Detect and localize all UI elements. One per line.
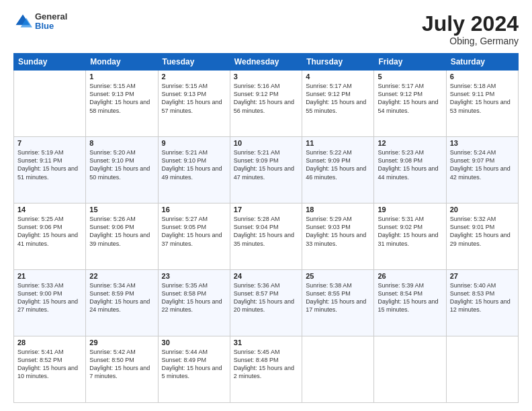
calendar-table: SundayMondayTuesdayWednesdayThursdayFrid… — [13, 53, 519, 403]
day-info: Sunrise: 5:34 AMSunset: 8:59 PMDaylight:… — [89, 281, 154, 314]
logo: General Blue — [13, 12, 67, 32]
day-number: 25 — [306, 272, 370, 280]
calendar-cell: 23Sunrise: 5:35 AMSunset: 8:58 PMDayligh… — [158, 270, 230, 336]
calendar-cell: 24Sunrise: 5:36 AMSunset: 8:57 PMDayligh… — [230, 270, 302, 336]
calendar-cell: 1Sunrise: 5:15 AMSunset: 9:13 PMDaylight… — [86, 71, 158, 137]
day-info: Sunrise: 5:40 AMSunset: 8:53 PMDaylight:… — [450, 281, 515, 314]
day-info: Sunrise: 5:15 AMSunset: 9:13 PMDaylight:… — [162, 82, 226, 115]
logo-general-text: General — [35, 12, 67, 21]
calendar-cell: 18Sunrise: 5:29 AMSunset: 9:03 PMDayligh… — [302, 203, 374, 270]
day-number: 6 — [450, 73, 515, 81]
location: Obing, Germany — [422, 36, 519, 46]
day-number: 4 — [306, 73, 370, 81]
calendar-cell: 25Sunrise: 5:38 AMSunset: 8:55 PMDayligh… — [302, 270, 374, 336]
calendar-cell: 3Sunrise: 5:16 AMSunset: 9:12 PMDaylight… — [230, 71, 302, 137]
day-number: 29 — [89, 338, 154, 347]
page: General Blue July 2024 Obing, Germany Su… — [0, 0, 532, 411]
calendar-cell: 8Sunrise: 5:20 AMSunset: 9:10 PMDaylight… — [86, 137, 158, 203]
calendar-cell: 27Sunrise: 5:40 AMSunset: 8:53 PMDayligh… — [446, 270, 518, 336]
day-info: Sunrise: 5:44 AMSunset: 8:49 PMDaylight:… — [162, 348, 226, 381]
calendar-cell: 15Sunrise: 5:26 AMSunset: 9:06 PMDayligh… — [86, 203, 158, 270]
logo-icon — [13, 12, 32, 31]
day-number: 8 — [89, 139, 154, 147]
day-number: 2 — [162, 73, 226, 81]
day-number: 20 — [450, 205, 515, 214]
day-number: 31 — [234, 338, 298, 347]
day-info: Sunrise: 5:45 AMSunset: 8:48 PMDaylight:… — [234, 348, 298, 381]
calendar-cell: 6Sunrise: 5:18 AMSunset: 9:11 PMDaylight… — [446, 71, 518, 137]
day-number: 17 — [234, 205, 298, 214]
month-title: July 2024 — [422, 12, 519, 36]
day-info: Sunrise: 5:36 AMSunset: 8:57 PMDaylight:… — [234, 281, 298, 314]
calendar-cell — [302, 336, 374, 403]
calendar-cell — [14, 71, 86, 137]
day-info: Sunrise: 5:18 AMSunset: 9:11 PMDaylight:… — [450, 82, 515, 115]
day-number: 26 — [378, 272, 442, 280]
day-info: Sunrise: 5:17 AMSunset: 9:12 PMDaylight:… — [378, 82, 442, 115]
day-info: Sunrise: 5:26 AMSunset: 9:06 PMDaylight:… — [89, 215, 154, 248]
day-info: Sunrise: 5:16 AMSunset: 9:12 PMDaylight:… — [234, 82, 298, 115]
day-info: Sunrise: 5:33 AMSunset: 9:00 PMDaylight:… — [17, 281, 82, 314]
day-number: 9 — [162, 139, 226, 147]
calendar-col-friday: Friday — [374, 54, 446, 71]
calendar-cell: 9Sunrise: 5:21 AMSunset: 9:10 PMDaylight… — [158, 137, 230, 203]
calendar-week-5: 28Sunrise: 5:41 AMSunset: 8:52 PMDayligh… — [14, 336, 519, 403]
day-number: 11 — [306, 139, 370, 147]
day-info: Sunrise: 5:22 AMSunset: 9:09 PMDaylight:… — [306, 148, 370, 181]
calendar-col-thursday: Thursday — [302, 54, 374, 71]
day-info: Sunrise: 5:20 AMSunset: 9:10 PMDaylight:… — [89, 148, 154, 181]
day-number: 22 — [89, 272, 154, 280]
day-number: 18 — [306, 205, 370, 214]
day-number: 10 — [234, 139, 298, 147]
day-number: 30 — [162, 338, 226, 347]
header: General Blue July 2024 Obing, Germany — [13, 12, 519, 46]
day-number: 23 — [162, 272, 226, 280]
day-info: Sunrise: 5:21 AMSunset: 9:10 PMDaylight:… — [162, 148, 226, 181]
calendar-cell: 16Sunrise: 5:27 AMSunset: 9:05 PMDayligh… — [158, 203, 230, 270]
day-info: Sunrise: 5:38 AMSunset: 8:55 PMDaylight:… — [306, 281, 370, 314]
day-number: 21 — [17, 272, 82, 280]
calendar-cell: 5Sunrise: 5:17 AMSunset: 9:12 PMDaylight… — [374, 71, 446, 137]
calendar-header-row: SundayMondayTuesdayWednesdayThursdayFrid… — [14, 54, 519, 71]
day-info: Sunrise: 5:25 AMSunset: 9:06 PMDaylight:… — [17, 215, 82, 248]
calendar-cell: 26Sunrise: 5:39 AMSunset: 8:54 PMDayligh… — [374, 270, 446, 336]
calendar-cell: 20Sunrise: 5:32 AMSunset: 9:01 PMDayligh… — [446, 203, 518, 270]
calendar-cell: 28Sunrise: 5:41 AMSunset: 8:52 PMDayligh… — [14, 336, 86, 403]
day-info: Sunrise: 5:42 AMSunset: 8:50 PMDaylight:… — [89, 348, 154, 381]
day-info: Sunrise: 5:39 AMSunset: 8:54 PMDaylight:… — [378, 281, 442, 314]
day-info: Sunrise: 5:17 AMSunset: 9:12 PMDaylight:… — [306, 82, 370, 115]
day-info: Sunrise: 5:21 AMSunset: 9:09 PMDaylight:… — [234, 148, 298, 181]
day-number: 7 — [17, 139, 82, 147]
day-number: 16 — [162, 205, 226, 214]
calendar-cell: 17Sunrise: 5:28 AMSunset: 9:04 PMDayligh… — [230, 203, 302, 270]
day-info: Sunrise: 5:28 AMSunset: 9:04 PMDaylight:… — [234, 215, 298, 248]
calendar-cell: 22Sunrise: 5:34 AMSunset: 8:59 PMDayligh… — [86, 270, 158, 336]
day-info: Sunrise: 5:31 AMSunset: 9:02 PMDaylight:… — [378, 215, 442, 248]
day-number: 27 — [450, 272, 515, 280]
calendar-cell: 29Sunrise: 5:42 AMSunset: 8:50 PMDayligh… — [86, 336, 158, 403]
calendar-cell: 31Sunrise: 5:45 AMSunset: 8:48 PMDayligh… — [230, 336, 302, 403]
day-info: Sunrise: 5:19 AMSunset: 9:11 PMDaylight:… — [17, 148, 82, 181]
calendar-cell: 4Sunrise: 5:17 AMSunset: 9:12 PMDaylight… — [302, 71, 374, 137]
day-info: Sunrise: 5:27 AMSunset: 9:05 PMDaylight:… — [162, 215, 226, 248]
day-info: Sunrise: 5:35 AMSunset: 8:58 PMDaylight:… — [162, 281, 226, 314]
day-number: 12 — [378, 139, 442, 147]
day-info: Sunrise: 5:24 AMSunset: 9:07 PMDaylight:… — [450, 148, 515, 181]
calendar-week-2: 7Sunrise: 5:19 AMSunset: 9:11 PMDaylight… — [14, 137, 519, 203]
calendar-week-3: 14Sunrise: 5:25 AMSunset: 9:06 PMDayligh… — [14, 203, 519, 270]
day-number: 1 — [89, 73, 154, 81]
day-number: 15 — [89, 205, 154, 214]
calendar-col-monday: Monday — [86, 54, 158, 71]
calendar-cell: 19Sunrise: 5:31 AMSunset: 9:02 PMDayligh… — [374, 203, 446, 270]
logo-text: General Blue — [35, 12, 67, 32]
day-number: 5 — [378, 73, 442, 81]
calendar-cell: 30Sunrise: 5:44 AMSunset: 8:49 PMDayligh… — [158, 336, 230, 403]
calendar-col-saturday: Saturday — [446, 54, 518, 71]
title-block: July 2024 Obing, Germany — [422, 12, 519, 46]
calendar-col-sunday: Sunday — [14, 54, 86, 71]
calendar-cell: 21Sunrise: 5:33 AMSunset: 9:00 PMDayligh… — [14, 270, 86, 336]
day-info: Sunrise: 5:41 AMSunset: 8:52 PMDaylight:… — [17, 348, 82, 381]
calendar-col-wednesday: Wednesday — [230, 54, 302, 71]
calendar-cell: 11Sunrise: 5:22 AMSunset: 9:09 PMDayligh… — [302, 137, 374, 203]
calendar-week-1: 1Sunrise: 5:15 AMSunset: 9:13 PMDaylight… — [14, 71, 519, 137]
